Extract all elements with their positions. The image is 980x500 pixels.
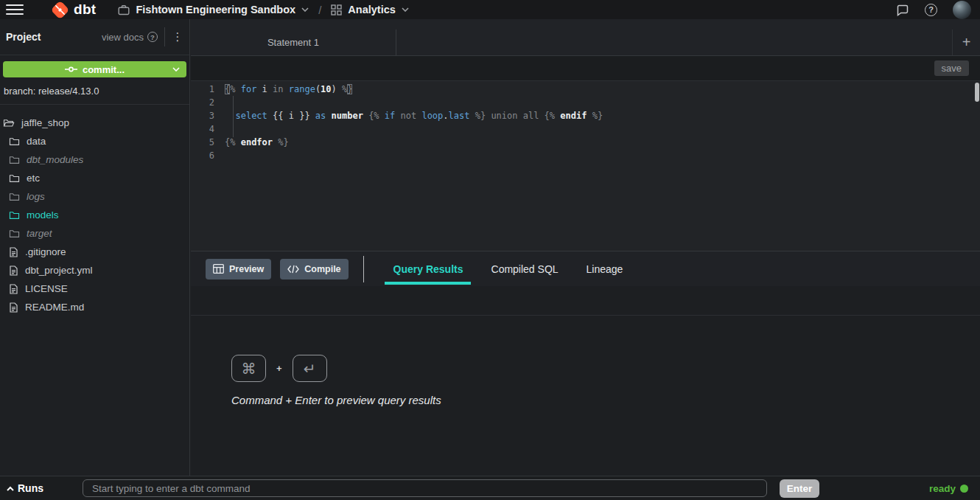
chevron-up-icon [7, 486, 14, 491]
results-area: ⌘ + ↵ Command + Enter to preview query r… [191, 286, 980, 476]
help-icon[interactable]: ? [925, 4, 937, 16]
editor-tab-title: Statement 1 [267, 37, 319, 48]
code-line-3[interactable]: 3 select {{ i }} as number {% if not loo… [191, 109, 980, 122]
line-content: select {{ i }} as number {% if not loop.… [225, 109, 603, 122]
line-number: 2 [191, 96, 225, 109]
code-line-6[interactable]: 6 [191, 149, 980, 162]
dbt-cloud-ide: dbt Fishtown Engineering Sandbox / Analy… [0, 0, 980, 500]
view-docs-link[interactable]: view docs ? [102, 32, 158, 43]
environment-name: Analytics [348, 4, 395, 15]
tree-item-etc[interactable]: etc [0, 169, 189, 187]
editor-scrollbar[interactable] [975, 83, 979, 102]
tree-item-label: jaffle_shop [21, 117, 69, 128]
tree-item-label: .gitignore [25, 246, 66, 257]
compile-label: Compile [304, 264, 340, 274]
tree-item-label: logs [27, 191, 45, 202]
status-dot-icon [960, 485, 968, 493]
dbt-command-input[interactable] [83, 479, 767, 497]
project-name: Fishtown Engineering Sandbox [136, 4, 295, 15]
code-editor[interactable]: 1{% for i in range(10) %}23 select {{ i … [191, 81, 980, 251]
status-indicator: ready [929, 476, 968, 500]
tree-item-label: dbt_modules [27, 154, 83, 165]
kebab-menu-icon[interactable]: ⋮ [172, 30, 183, 44]
code-line-5[interactable]: 5{% endfor %} [191, 136, 980, 149]
results-tabs: Query ResultsCompiled SQLLineage [393, 263, 623, 275]
environment-selector[interactable]: Analytics [331, 4, 408, 15]
chevron-down-icon [172, 67, 180, 72]
tree-item-models[interactable]: models [0, 206, 189, 224]
compile-button[interactable]: Compile [280, 259, 348, 279]
preview-button[interactable]: Preview [206, 259, 271, 279]
tree-item-jaffle-shop[interactable]: jaffle_shop [0, 114, 189, 132]
tree-item-dbt-modules[interactable]: dbt_modules [0, 150, 189, 169]
sidebar-header: Project view docs ? ⋮ [0, 19, 189, 55]
dbt-logo: dbt [51, 1, 96, 19]
folder-icon [9, 192, 20, 201]
tree-item-readme-md[interactable]: README.md [0, 298, 189, 316]
plus-sign: + [276, 363, 282, 374]
new-tab-button[interactable]: + [952, 29, 980, 55]
command-bar: Runs Enter ready [0, 476, 980, 500]
breadcrumb-separator: / [318, 4, 321, 16]
chevron-down-icon [301, 7, 309, 12]
table-icon [213, 264, 224, 274]
line-number: 3 [191, 109, 225, 122]
tree-item-label: etc [27, 173, 40, 184]
editor-actions-row: save [191, 56, 980, 81]
line-number: 1 [191, 83, 225, 96]
grid-icon [331, 4, 342, 15]
logo-text: dbt [74, 1, 96, 18]
tree-item-data[interactable]: data [0, 132, 189, 150]
results-tab-lineage[interactable]: Lineage [587, 263, 623, 275]
return-key-icon: ↵ [293, 355, 327, 382]
tree-item-license[interactable]: LICENSE [0, 279, 189, 298]
enter-button[interactable]: Enter [780, 479, 819, 498]
tree-item-logs[interactable]: logs [0, 187, 189, 206]
divider [363, 256, 364, 282]
runs-toggle[interactable]: Runs [7, 476, 43, 500]
tree-item-label: LICENSE [25, 283, 68, 294]
line-content: {% for i in range(10) %} [225, 83, 352, 96]
file-icon [9, 265, 18, 276]
folder-open-icon [3, 118, 15, 128]
folder-icon [9, 173, 20, 183]
results-tab-compiled-sql[interactable]: Compiled SQL [491, 263, 559, 275]
workspace-icon [118, 4, 130, 15]
user-avatar[interactable] [953, 1, 971, 19]
top-bar: dbt Fishtown Engineering Sandbox / Analy… [0, 0, 980, 19]
editor-tab[interactable]: Statement 1 [191, 29, 396, 55]
code-line-4[interactable]: 4 [191, 122, 980, 136]
file-icon [9, 302, 18, 313]
folder-icon [9, 210, 20, 220]
branch-label: branch: release/4.13.0 [4, 86, 189, 97]
indent-guide [233, 96, 234, 137]
save-button[interactable]: save [934, 60, 969, 76]
runs-label: Runs [18, 482, 43, 494]
results-toolbar: Preview Compile Query ResultsCompiled SQ… [191, 251, 980, 286]
folder-icon [9, 155, 20, 164]
tree-item--gitignore[interactable]: .gitignore [0, 243, 189, 261]
topbar-actions: ? [896, 1, 980, 19]
project-selector[interactable]: Fishtown Engineering Sandbox [118, 4, 309, 15]
hamburger-menu-icon[interactable] [6, 4, 24, 15]
shortcut-hint-text: Command + Enter to preview query results [231, 394, 980, 406]
file-tree: jaffle_shopdatadbt_modulesetclogsmodelst… [0, 114, 189, 316]
tree-item-dbt-project-yml[interactable]: dbt_project.yml [0, 261, 189, 279]
commit-label: commit... [83, 64, 125, 75]
line-number: 4 [191, 122, 225, 136]
code-icon [287, 265, 299, 274]
dbt-logo-mark [51, 1, 69, 19]
view-docs-label: view docs [102, 32, 144, 43]
tree-item-label: dbt_project.yml [25, 265, 93, 276]
results-tab-query-results[interactable]: Query Results [393, 263, 463, 275]
code-line-1[interactable]: 1{% for i in range(10) %} [191, 83, 980, 96]
results-empty-state: ⌘ + ↵ Command + Enter to preview query r… [191, 316, 980, 406]
commit-button[interactable]: commit... [3, 61, 186, 77]
code-lines: 1{% for i in range(10) %}23 select {{ i … [191, 81, 980, 162]
docs-help-icon: ? [147, 32, 158, 42]
chat-icon[interactable] [896, 4, 909, 16]
code-line-2[interactable]: 2 [191, 96, 980, 109]
tree-item-target[interactable]: target [0, 224, 189, 243]
preview-label: Preview [229, 264, 264, 274]
line-content: {% endfor %} [225, 136, 289, 149]
